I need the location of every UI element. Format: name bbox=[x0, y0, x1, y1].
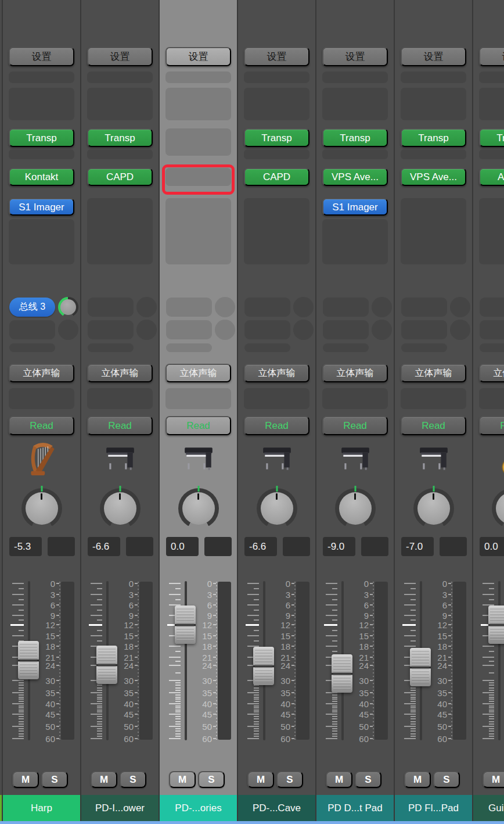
solo-button[interactable]: S bbox=[433, 771, 460, 788]
midi-fx-empty-slot[interactable] bbox=[401, 149, 466, 159]
automation-mode-button[interactable]: Read bbox=[401, 416, 466, 435]
eq-thumbnail-slot[interactable] bbox=[9, 88, 74, 120]
gain-slot[interactable] bbox=[401, 71, 466, 83]
volume-db-display[interactable]: -9.0 bbox=[323, 537, 355, 556]
send-level-knob-1[interactable] bbox=[215, 297, 235, 317]
instrument-plugin-button[interactable]: Kontakt bbox=[9, 168, 74, 186]
volume-fader-handle[interactable] bbox=[332, 654, 352, 693]
midi-fx-empty-slot[interactable] bbox=[165, 128, 231, 156]
eq-thumbnail-slot[interactable] bbox=[479, 88, 504, 120]
send-slot-1[interactable] bbox=[401, 298, 447, 317]
track-name-plate[interactable]: Harp bbox=[3, 795, 80, 821]
gain-slot[interactable] bbox=[322, 71, 388, 83]
channel-settings-button[interactable]: 设置 bbox=[244, 47, 309, 66]
send-level-knob-2[interactable] bbox=[215, 320, 235, 340]
volume-fader-handle[interactable] bbox=[410, 648, 431, 686]
send-slot-1[interactable]: 总线 3 bbox=[9, 298, 55, 317]
pan-knob[interactable] bbox=[335, 488, 376, 529]
eq-thumbnail-slot[interactable] bbox=[87, 88, 153, 120]
midi-fx-plugin-button[interactable]: Transp bbox=[9, 128, 74, 147]
send-slot-3[interactable] bbox=[480, 343, 504, 352]
track-name-plate[interactable]: Gui bbox=[473, 795, 504, 821]
track-icon[interactable] bbox=[316, 440, 394, 478]
midi-fx-plugin-button[interactable]: Transp bbox=[322, 128, 388, 147]
send-level-knob-2[interactable] bbox=[58, 320, 78, 340]
send-slot-1[interactable] bbox=[480, 298, 504, 317]
send-slot-2[interactable] bbox=[9, 320, 55, 339]
channel-settings-button[interactable]: 设置 bbox=[87, 47, 153, 66]
send-slot-2[interactable] bbox=[323, 320, 369, 339]
peak-level-display[interactable] bbox=[283, 537, 310, 556]
send-level-knob-1[interactable] bbox=[372, 297, 392, 317]
eq-thumbnail-slot[interactable] bbox=[244, 88, 309, 120]
audio-fx-empty-slot[interactable] bbox=[479, 198, 504, 264]
midi-fx-plugin-button[interactable]: Transp bbox=[479, 128, 504, 147]
midi-fx-empty-slot[interactable] bbox=[479, 149, 504, 159]
group-slot[interactable] bbox=[401, 388, 466, 409]
instrument-plugin-button[interactable]: Amp... bbox=[479, 168, 504, 186]
output-button[interactable]: 立体声输 bbox=[87, 364, 153, 382]
group-slot[interactable] bbox=[9, 388, 74, 409]
automation-mode-button[interactable]: Read bbox=[9, 416, 74, 435]
solo-button[interactable]: S bbox=[120, 771, 146, 788]
group-slot[interactable] bbox=[479, 388, 504, 409]
send-slot-1[interactable] bbox=[244, 298, 290, 317]
instrument-plugin-button[interactable]: CAPD bbox=[244, 168, 309, 186]
gain-slot[interactable] bbox=[9, 71, 74, 83]
midi-fx-plugin-button[interactable]: Transp bbox=[87, 128, 153, 147]
automation-mode-button[interactable]: Read bbox=[165, 416, 231, 435]
group-slot[interactable] bbox=[322, 388, 388, 409]
group-slot[interactable] bbox=[87, 388, 153, 409]
mute-button[interactable]: M bbox=[404, 771, 431, 788]
solo-button[interactable]: S bbox=[276, 771, 303, 788]
eq-thumbnail-slot[interactable] bbox=[322, 88, 388, 120]
send-slot-3[interactable] bbox=[9, 343, 55, 352]
track-icon[interactable] bbox=[160, 440, 237, 478]
send-slot-1[interactable] bbox=[323, 298, 369, 317]
send-slot-1[interactable] bbox=[166, 298, 212, 317]
automation-mode-button[interactable]: Read bbox=[87, 416, 153, 435]
pan-knob[interactable] bbox=[21, 488, 62, 529]
audio-fx-empty-slot[interactable] bbox=[165, 198, 231, 264]
volume-db-display[interactable]: 0.0 bbox=[166, 537, 199, 556]
midi-fx-empty-slot[interactable] bbox=[9, 149, 74, 159]
volume-db-display[interactable]: -7.0 bbox=[401, 537, 434, 556]
send-slot-2[interactable] bbox=[244, 320, 290, 339]
channel-settings-button[interactable]: 设置 bbox=[401, 47, 466, 66]
audio-fx-empty-slot[interactable] bbox=[322, 219, 388, 264]
gain-slot[interactable] bbox=[165, 71, 231, 83]
instrument-plugin-button[interactable]: VPS Ave... bbox=[401, 168, 466, 186]
send-slot-3[interactable] bbox=[244, 343, 290, 352]
audio-fx-empty-slot[interactable] bbox=[401, 198, 466, 264]
track-name-plate[interactable]: PD-...ories bbox=[160, 795, 237, 821]
send-slot-3[interactable] bbox=[401, 343, 447, 352]
channel-settings-button[interactable]: 设置 bbox=[479, 47, 504, 66]
send-slot-2[interactable] bbox=[88, 320, 134, 339]
gain-slot[interactable] bbox=[244, 71, 309, 83]
volume-fader-handle[interactable] bbox=[253, 647, 274, 685]
automation-mode-button[interactable]: Read bbox=[479, 416, 504, 435]
peak-level-display[interactable] bbox=[48, 537, 75, 556]
mute-button[interactable]: M bbox=[483, 771, 504, 788]
automation-mode-button[interactable]: Read bbox=[322, 416, 388, 435]
send-slot-3[interactable] bbox=[323, 343, 369, 352]
send-level-knob-1[interactable] bbox=[136, 297, 157, 317]
track-icon[interactable] bbox=[81, 440, 159, 478]
volume-fader-handle[interactable] bbox=[488, 606, 504, 644]
audio-fx-empty-slot[interactable] bbox=[87, 198, 153, 264]
send-slot-3[interactable] bbox=[88, 343, 134, 352]
track-name-plate[interactable]: PD D...t Pad bbox=[316, 795, 394, 821]
send-slot-2[interactable] bbox=[166, 320, 212, 339]
mute-button[interactable]: M bbox=[91, 771, 117, 788]
solo-button[interactable]: S bbox=[41, 771, 68, 788]
audio-fx-plugin-button[interactable]: S1 Imager bbox=[322, 198, 388, 216]
output-button[interactable]: 立体声输 bbox=[165, 364, 231, 382]
gain-slot[interactable] bbox=[479, 71, 504, 83]
mute-button[interactable]: M bbox=[169, 771, 196, 788]
peak-level-display[interactable] bbox=[126, 537, 153, 556]
volume-fader-handle[interactable] bbox=[96, 646, 117, 684]
output-button[interactable]: 立体声输 bbox=[244, 364, 309, 382]
track-icon[interactable] bbox=[395, 440, 472, 478]
group-slot[interactable] bbox=[244, 388, 309, 409]
instrument-plugin-button[interactable]: VPS Ave... bbox=[322, 168, 388, 186]
